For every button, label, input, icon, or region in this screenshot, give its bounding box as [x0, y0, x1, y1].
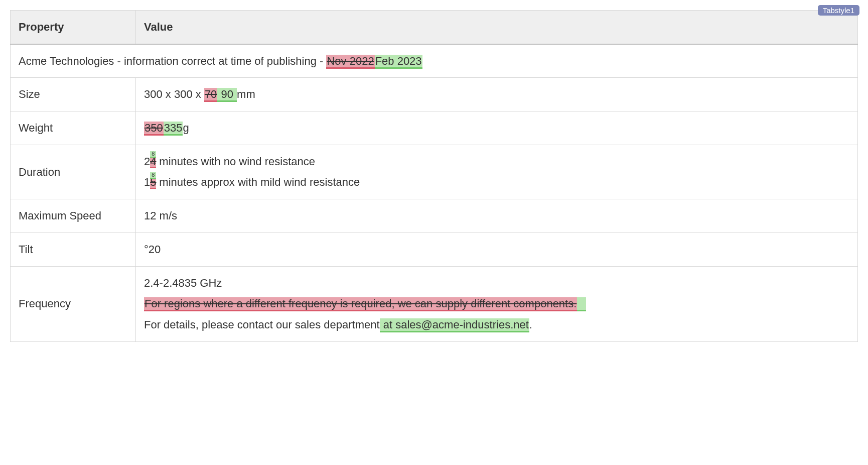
tabstyle-badge: Tabstyle1: [818, 5, 859, 16]
intro-cell: Acme Technologies - information correct …: [11, 44, 858, 78]
size-inserted: 90: [217, 88, 237, 102]
weight-suffix: g: [183, 122, 189, 134]
frequency-line-1: 2.4-2.4835 GHz: [144, 276, 849, 294]
table-wrapper: Tabstyle1 Property Value Acme Technologi…: [10, 10, 858, 342]
pilcrow-icon: ¶: [577, 297, 586, 311]
size-deleted: 70: [204, 88, 217, 102]
row-weight: Weight 350335g: [11, 111, 858, 145]
duration-value: 284 minutes with no wind resistance 185 …: [136, 145, 858, 199]
weight-value: 350335g: [136, 111, 858, 145]
duration-l1-change: 84: [150, 156, 156, 168]
duration-l2-post: minutes approx with mild wind resistance: [156, 176, 360, 188]
frequency-l2-deleted: For regions where a different frequency …: [144, 297, 577, 311]
maxspeed-label: Maximum Speed: [11, 199, 136, 233]
tilt-value: °20: [136, 232, 858, 266]
spec-table: Property Value Acme Technologies - infor…: [10, 10, 858, 342]
header-value: Value: [136, 11, 858, 44]
duration-label: Duration: [11, 145, 136, 199]
maxspeed-value: 12 m/s: [136, 199, 858, 233]
duration-l1-pre: 2: [144, 155, 150, 168]
frequency-value: 2.4-2.4835 GHz For regions where a diffe…: [136, 266, 858, 341]
size-value: 300 x 300 x 70 90 mm: [136, 78, 858, 111]
duration-l1-ins: 8: [150, 151, 156, 158]
duration-l2-change: 85: [150, 177, 156, 189]
weight-inserted: 335: [164, 122, 183, 136]
frequency-l3-prefix: For details, please contact our sales de…: [144, 318, 380, 331]
duration-l2-pre: 1: [144, 176, 150, 188]
duration-line-1: 284 minutes with no wind resistance: [144, 154, 849, 172]
size-label: Size: [11, 78, 136, 111]
frequency-l3-suffix: .: [529, 318, 532, 331]
intro-row: Acme Technologies - information correct …: [11, 44, 858, 78]
header-property: Property: [11, 11, 136, 44]
intro-prefix: Acme Technologies - information correct …: [19, 55, 326, 67]
row-size: Size 300 x 300 x 70 90 mm: [11, 78, 858, 111]
row-maxspeed: Maximum Speed 12 m/s: [11, 199, 858, 233]
weight-deleted: 350: [144, 122, 164, 136]
row-tilt: Tilt °20: [11, 232, 858, 266]
frequency-l3-inserted: at sales@acme-industries.net: [380, 318, 529, 332]
duration-l1-del: 4: [150, 156, 156, 168]
frequency-label: Frequency: [11, 266, 136, 341]
duration-l1-post: minutes with no wind resistance: [156, 155, 315, 168]
row-duration: Duration 284 minutes with no wind resist…: [11, 145, 858, 199]
size-prefix: 300 x 300 x: [144, 88, 204, 100]
frequency-line-2: For regions where a different frequency …: [144, 293, 849, 314]
intro-inserted: Feb 2023: [375, 55, 422, 69]
tilt-label: Tilt: [11, 232, 136, 266]
size-suffix: mm: [237, 88, 255, 100]
intro-deleted: Nov 2022: [326, 55, 374, 69]
header-row: Property Value: [11, 11, 858, 44]
row-frequency: Frequency 2.4-2.4835 GHz For regions whe…: [11, 266, 858, 341]
duration-line-2: 185 minutes approx with mild wind resist…: [144, 172, 849, 190]
duration-l2-ins: 8: [150, 172, 156, 179]
weight-label: Weight: [11, 111, 136, 145]
duration-l2-del: 5: [150, 177, 156, 189]
frequency-line-3: For details, please contact our sales de…: [144, 314, 849, 332]
